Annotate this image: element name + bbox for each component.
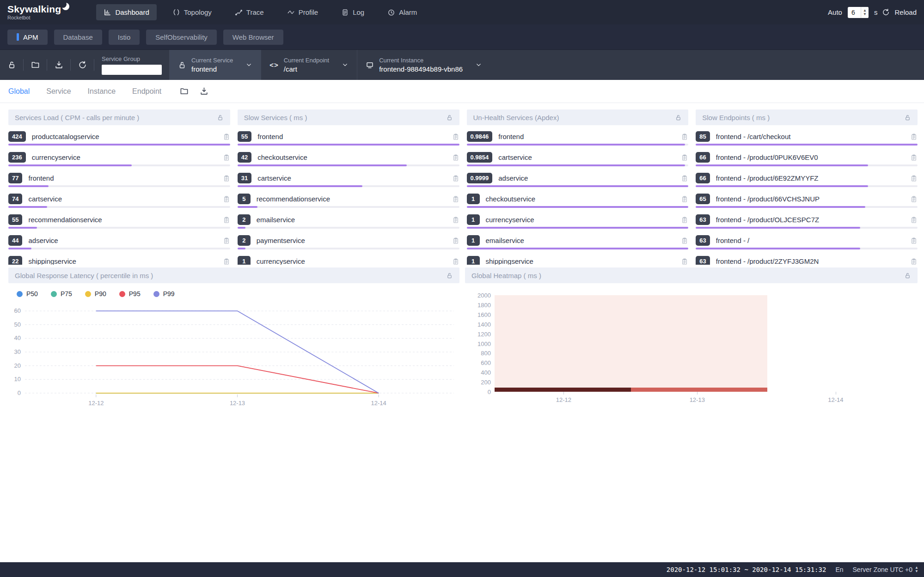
list-item[interactable]: 1checkoutservice	[467, 192, 689, 213]
tab-global[interactable]: Global	[8, 87, 30, 96]
copy-icon[interactable]	[681, 195, 688, 203]
list-item[interactable]: 63frontend - /	[696, 233, 918, 254]
nav-item-topology[interactable]: Topology	[165, 4, 219, 20]
lock-icon[interactable]	[446, 272, 453, 279]
list-item[interactable]: 5recommendationservice	[238, 192, 459, 213]
copy-icon[interactable]	[910, 237, 918, 244]
copy-icon[interactable]	[223, 175, 230, 182]
copy-icon[interactable]	[910, 175, 918, 182]
list-item[interactable]: 44adservice	[8, 233, 230, 254]
nav-item-profile[interactable]: Profile	[280, 4, 326, 20]
copy-icon[interactable]	[910, 258, 918, 265]
time-range-picker[interactable]: 2020-12-12 15:01:32 ~ 2020-12-14 15:31:3…	[667, 566, 826, 573]
copy-icon[interactable]	[910, 216, 918, 224]
list-item[interactable]: 77frontend	[8, 171, 230, 192]
auto-interval-stepper[interactable]: ▲▼	[861, 7, 869, 18]
list-item[interactable]: 2emailservice	[238, 213, 459, 233]
category-selfobservability[interactable]: SelfObservability	[146, 30, 217, 45]
copy-icon[interactable]	[452, 195, 459, 203]
copy-icon[interactable]	[910, 195, 918, 203]
copy-icon[interactable]	[452, 175, 459, 182]
lock-icon[interactable]	[904, 114, 911, 121]
auto-interval-input[interactable]: 6 ▲▼	[848, 7, 869, 18]
copy-icon[interactable]	[452, 237, 459, 244]
copy-icon[interactable]	[452, 133, 459, 140]
folder-button[interactable]	[24, 50, 47, 80]
copy-icon[interactable]	[910, 133, 918, 140]
nav-item-alarm[interactable]: Alarm	[380, 4, 424, 20]
lock-icon[interactable]	[675, 114, 682, 121]
copy-icon[interactable]	[681, 133, 688, 140]
copy-icon[interactable]	[452, 154, 459, 161]
copy-icon[interactable]	[223, 195, 230, 203]
service-group-input[interactable]	[102, 65, 162, 75]
list-item[interactable]: 31cartservice	[238, 171, 459, 192]
tab-service[interactable]: Service	[46, 87, 71, 96]
lock-icon[interactable]	[904, 272, 911, 279]
reload-icon[interactable]	[882, 8, 890, 16]
list-item[interactable]: 55frontend	[238, 129, 459, 150]
copy-icon[interactable]	[681, 154, 688, 161]
category-istio[interactable]: Istio	[109, 30, 140, 45]
lock-icon[interactable]	[446, 114, 453, 121]
list-item[interactable]: 1shippingservice	[467, 254, 689, 265]
list-item[interactable]: 236currencyservice	[8, 150, 230, 171]
refresh-button[interactable]	[71, 50, 94, 80]
list-item[interactable]: 63frontend - /product/OLJCESPC7Z	[696, 213, 918, 233]
legend-item-p75[interactable]: P75	[51, 290, 72, 298]
list-item[interactable]: 42checkoutservice	[238, 150, 459, 171]
copy-icon[interactable]	[223, 258, 230, 265]
tab-endpoint[interactable]: Endpoint	[132, 87, 161, 96]
legend-item-p90[interactable]: P90	[85, 290, 106, 298]
list-item[interactable]: 85frontend - /cart/checkout	[696, 129, 918, 150]
list-item[interactable]: 55recommendationservice	[8, 213, 230, 233]
lock-button[interactable]	[0, 50, 23, 80]
list-item[interactable]: 424productcatalogservice	[8, 129, 230, 150]
auto-interval-value[interactable]: 6	[848, 7, 861, 18]
list-item[interactable]: 2paymentservice	[238, 233, 459, 254]
list-item[interactable]: 0.9854cartservice	[467, 150, 689, 171]
language-switch[interactable]: En	[835, 566, 843, 573]
current-instance-selector[interactable]: Current Instance frontend-988494b89-vbn8…	[357, 50, 490, 80]
import-template-icon[interactable]	[180, 87, 189, 96]
legend-item-p50[interactable]: P50	[17, 290, 38, 298]
export-button[interactable]	[47, 50, 70, 80]
category-web-browser[interactable]: Web Browser	[223, 30, 283, 45]
copy-icon[interactable]	[223, 154, 230, 161]
list-item[interactable]: 0.9846frontend	[467, 129, 689, 150]
list-item[interactable]: 1currencyservice	[467, 213, 689, 233]
copy-icon[interactable]	[681, 258, 688, 265]
copy-icon[interactable]	[452, 258, 459, 265]
nav-item-log[interactable]: Log	[334, 4, 372, 20]
server-zone-stepper[interactable]: ▲▼	[915, 566, 918, 573]
copy-icon[interactable]	[681, 216, 688, 224]
list-item[interactable]: 66frontend - /product/6E92ZMYYFZ	[696, 171, 918, 192]
list-item[interactable]: 1emailservice	[467, 233, 689, 254]
category-apm[interactable]: APM	[7, 30, 48, 45]
lock-icon[interactable]	[217, 114, 224, 121]
copy-icon[interactable]	[681, 237, 688, 244]
legend-item-p95[interactable]: P95	[119, 290, 141, 298]
copy-icon[interactable]	[452, 216, 459, 224]
current-endpoint-selector[interactable]: <> Current Endpoint /cart	[261, 50, 357, 80]
list-item[interactable]: 63frontend - /product/2ZYFJ3GM2N	[696, 254, 918, 265]
export-template-icon[interactable]	[200, 87, 208, 96]
list-item[interactable]: 0.9999adservice	[467, 171, 689, 192]
nav-item-dashboard[interactable]: Dashboard	[96, 4, 156, 20]
copy-icon[interactable]	[223, 216, 230, 224]
list-item[interactable]: 66frontend - /product/0PUK6V6EV0	[696, 150, 918, 171]
list-item[interactable]: 74cartservice	[8, 192, 230, 213]
legend-item-p99[interactable]: P99	[153, 290, 175, 298]
copy-icon[interactable]	[681, 175, 688, 182]
reload-button[interactable]: Reload	[894, 8, 917, 16]
current-service-selector[interactable]: Current Service frontend	[169, 50, 261, 80]
copy-icon[interactable]	[223, 133, 230, 140]
list-item[interactable]: 65frontend - /product/66VCHSJNUP	[696, 192, 918, 213]
copy-icon[interactable]	[910, 154, 918, 161]
copy-icon[interactable]	[223, 237, 230, 244]
list-item[interactable]: 22shippingservice	[8, 254, 230, 265]
category-database[interactable]: Database	[54, 30, 102, 45]
nav-item-trace[interactable]: Trace	[227, 4, 271, 20]
tab-instance[interactable]: Instance	[88, 87, 116, 96]
list-item[interactable]: 1currencyservice	[238, 254, 459, 265]
